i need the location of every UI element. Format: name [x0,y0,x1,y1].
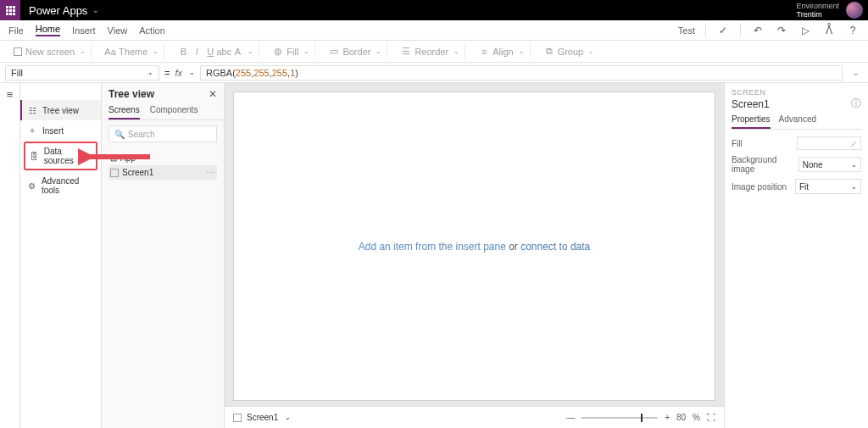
prop-bgimage-value[interactable]: None⌄ [798,157,861,172]
strike-icon[interactable]: abc [219,47,229,57]
plus-icon: ＋ [27,125,37,136]
zoom-slider[interactable] [581,417,658,419]
nav-tree-view[interactable]: ☷Tree view [20,100,101,120]
fx-icon: fx [175,68,182,78]
info-icon[interactable]: ⓘ [851,97,861,111]
help-icon[interactable]: ? [846,24,860,37]
nav-advanced-tools[interactable]: ⚙Advanced tools [20,171,101,200]
theme-button[interactable]: AaTheme⌄ [100,44,164,59]
tools-icon: ⚙ [27,181,36,191]
tree-panel-title: Tree view [108,88,154,100]
separator [705,24,706,37]
tree-search-input[interactable]: 🔍 Search [108,125,217,142]
prop-imgpos-value[interactable]: Fit⌄ [795,179,861,194]
environment-picker[interactable]: Environment Trentim [796,2,839,19]
prop-fill-value[interactable]: ⟋ [797,136,861,150]
font-color-icon[interactable]: A [232,47,242,57]
nav-data-sources[interactable]: 🗄Data sources [29,147,92,165]
play-icon[interactable]: ▷ [798,24,812,37]
fill-icon: ◍ [273,47,283,57]
env-name: Trentim [796,10,839,19]
app-checker-icon[interactable]: ✓ [716,24,730,37]
screen-label: SCREEN [732,88,861,97]
undo-icon[interactable]: ↶ [751,24,765,37]
expand-formula-icon[interactable]: ⌄ [848,67,863,78]
align-icon: ≡ [479,47,489,57]
app-title: Power Apps [29,4,87,17]
reorder-icon: ☰ [401,47,411,57]
screen-nav-icon[interactable] [233,414,242,422]
new-screen-button[interactable]: New screen⌄ [8,44,92,59]
bold-icon[interactable]: B [178,47,188,57]
prop-fill-label: Fill [732,139,743,148]
database-icon: 🗄 [29,151,39,161]
theme-icon: Aa [105,47,115,57]
more-icon[interactable]: ⋯ [206,168,215,177]
close-icon[interactable]: ✕ [209,88,217,100]
prop-bgimage-label: Background image [732,155,798,174]
italic-icon[interactable]: I [192,47,202,57]
canvas-artboard[interactable]: Add an item from the insert pane or conn… [233,92,715,401]
group-icon: ⧉ [544,47,554,57]
no-fill-icon: ⟋ [849,139,858,148]
menu-view[interactable]: View [108,25,128,36]
chevron-down-icon[interactable]: ⌄ [92,6,99,14]
border-button[interactable]: ▭Border⌄ [324,44,387,59]
redo-icon[interactable]: ↷ [775,24,788,37]
canvas-placeholder: Add an item from the insert pane or conn… [359,241,591,253]
zoom-out-icon[interactable]: — [566,413,575,422]
chevron-down-icon[interactable]: ⌄ [285,414,291,421]
tab-screens[interactable]: Screens [108,105,140,120]
nav-insert[interactable]: ＋Insert [20,120,101,141]
app-icon: ⊞ [110,153,117,163]
formula-input[interactable]: RGBA(255, 255, 255, 1) [200,65,843,81]
tab-components[interactable]: Components [150,105,198,120]
checkbox-icon[interactable] [110,169,119,177]
app-launcher-button[interactable] [0,0,20,20]
property-selector[interactable]: Fill⌄ [5,65,159,81]
menu-home[interactable]: Home [36,24,60,36]
zoom-value: 80 [676,413,686,422]
tree-icon: ☷ [27,105,37,115]
tab-advanced[interactable]: Advanced [779,114,816,129]
screen-name: Screen1 [732,98,770,110]
separator [740,24,741,37]
hamburger-icon[interactable]: ≡ [7,88,14,101]
menu-action[interactable]: Action [139,25,165,36]
align-button[interactable]: ≡Align⌄ [474,44,530,59]
tab-properties[interactable]: Properties [732,114,771,129]
search-icon: 🔍 [114,130,125,139]
prop-imgpos-label: Image position [732,182,787,192]
menu-test[interactable]: Test [678,25,695,36]
equals-icon: = [164,68,170,78]
connect-to-data-link[interactable]: connect to data [520,241,590,253]
border-icon: ▭ [329,47,339,57]
underline-icon[interactable]: U [205,47,215,57]
tree-item-app[interactable]: ⊞App [108,151,217,165]
avatar[interactable] [846,2,863,19]
reorder-button[interactable]: ☰Reorder⌄ [396,44,465,59]
share-icon[interactable]: ᐰ [822,24,836,37]
fit-icon[interactable]: ⛶ [707,413,715,422]
footer-screen-name: Screen1 [247,413,278,422]
waffle-icon [6,6,15,15]
tree-item-screen1[interactable]: Screen1⋯ [108,165,217,180]
zoom-in-icon[interactable]: + [665,413,670,422]
fill-button[interactable]: ◍Fill⌄ [268,44,315,59]
env-label: Environment [796,2,839,10]
menu-file[interactable]: File [8,25,24,36]
group-button[interactable]: ⧉Group⌄ [539,44,600,59]
menu-insert[interactable]: Insert [72,25,96,36]
